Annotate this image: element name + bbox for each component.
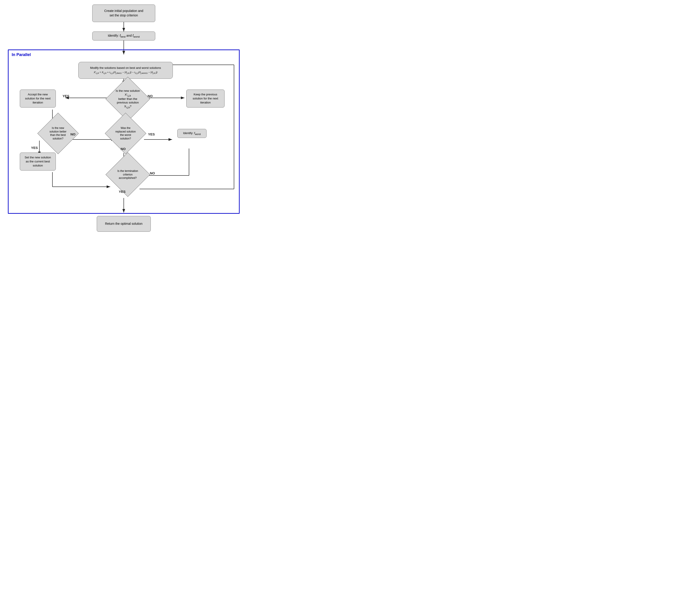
no-label-2: NO (70, 132, 76, 136)
no-label-4: NO (150, 171, 155, 175)
termination-diamond: Is the terminationcriterionaccomplished? (105, 152, 150, 197)
identify-best-worst-box: Identify: fbest and fworst (92, 31, 155, 41)
is-better-than-best-label: Is the newsolution betterthan the bestso… (49, 126, 67, 141)
yes-label-3: YES (148, 132, 155, 136)
no-label-1: NO (148, 94, 153, 98)
termination-label: Is the terminationcriterionaccomplished? (117, 168, 139, 181)
create-initial-label: Create initial population andset the sto… (104, 9, 143, 17)
keep-previous-box: Keep the previous solution for the next … (186, 89, 225, 107)
identify-worst-box: Identify: fworst (177, 129, 207, 138)
accept-new-label: Accept the new solution for the next ite… (23, 92, 53, 105)
parallel-label: In Parallel (12, 53, 31, 57)
identify-best-worst-label: Identify: fbest and fworst (108, 33, 140, 38)
create-initial-box: Create initial population andset the sto… (92, 4, 155, 22)
parallel-box: In Parallel Modify the solutions based o… (8, 50, 240, 214)
no-label-3: NO (121, 147, 126, 151)
set-new-best-box: Set the new solution as the current best… (20, 153, 56, 170)
is-new-better-diamond: Is the new solution X′i,j,kbetter than t… (105, 77, 150, 121)
accept-new-box: Accept the new solution for the next ite… (20, 89, 56, 107)
modify-solutions-label: Modify the solutions based on best and w… (90, 66, 161, 74)
yes-label-1: YES (63, 94, 69, 98)
return-optimal-box: Return the optimal solution (97, 216, 151, 232)
yes-label-2: YES (31, 146, 38, 150)
return-optimal-label: Return the optimal solution (105, 222, 143, 226)
set-new-best-label: Set the new solution as the current best… (23, 155, 53, 168)
was-replaced-worst-label: Was thereplaced solutionthe worstsolutio… (115, 126, 137, 141)
is-new-better-label: Is the new solution X′i,j,kbetter than t… (112, 88, 143, 110)
keep-previous-label: Keep the previous solution for the next … (189, 92, 222, 105)
identify-worst-label: Identify: fworst (183, 131, 201, 136)
modify-solutions-box: Modify the solutions based on best and w… (78, 62, 173, 79)
yes-label-4: YES (119, 190, 126, 194)
